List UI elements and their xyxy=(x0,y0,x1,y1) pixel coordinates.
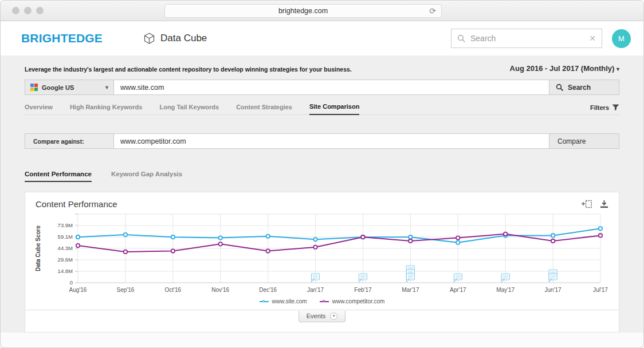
chevron-down-icon: ▾ xyxy=(330,313,337,320)
date-range-label: Aug 2016 - Jul 2017 (Monthly) xyxy=(510,64,615,73)
app-title: Data Cube xyxy=(160,33,207,44)
svg-text:Aug'16: Aug'16 xyxy=(69,287,87,293)
app-title-group: Data Cube xyxy=(144,33,207,44)
download-icon[interactable] xyxy=(600,200,608,208)
competitor-url-input[interactable] xyxy=(114,134,549,148)
events-bar: Events ▾ xyxy=(25,310,619,322)
search-button[interactable]: Search xyxy=(549,80,619,95)
svg-text:Dec'16: Dec'16 xyxy=(259,287,277,293)
competitor-url-field xyxy=(114,133,549,149)
cube-icon xyxy=(144,33,155,44)
search-icon xyxy=(457,34,466,43)
refresh-icon[interactable]: ⟳ xyxy=(429,6,436,15)
svg-text:Mar'17: Mar'17 xyxy=(402,287,419,293)
page-description: Leverage the industry's largest and acti… xyxy=(25,66,352,73)
svg-text:Nov'16: Nov'16 xyxy=(211,287,229,293)
chevron-down-icon: ▾ xyxy=(616,66,619,72)
intro-row: Leverage the industry's largest and acti… xyxy=(25,56,619,73)
tab-content-performance[interactable]: Content Performance xyxy=(25,171,92,182)
tab-content-strategies[interactable]: Content Strategies xyxy=(236,104,292,114)
svg-text:14.8M: 14.8M xyxy=(58,268,73,274)
svg-text:May'17: May'17 xyxy=(496,287,515,293)
chart-legend: www.site.com www.competitor.com xyxy=(25,298,619,304)
brightedge-logo: BRIGHTEDGE xyxy=(21,31,103,45)
comparison-tabs: Content Performance Keyword Gap Analysis xyxy=(25,171,619,182)
google-icon xyxy=(30,84,38,91)
search-icon xyxy=(556,84,564,92)
address-bar[interactable]: brightedge.com ⟳ xyxy=(164,4,442,18)
minimize-window-button[interactable] xyxy=(24,7,32,14)
window-controls xyxy=(12,7,44,14)
browser-chrome: brightedge.com ⟳ xyxy=(1,1,643,21)
svg-text:Feb'17: Feb'17 xyxy=(354,287,372,293)
card-title: Content Performance xyxy=(36,199,117,209)
content-performance-card: Content Performance Aug'16Sep'16Oct'16No… xyxy=(25,192,619,333)
legend-item-site[interactable]: www.site.com xyxy=(260,298,307,304)
svg-text:29.6M: 29.6M xyxy=(58,256,73,263)
svg-text:Sep'16: Sep'16 xyxy=(116,287,134,293)
svg-text:Jul'17: Jul'17 xyxy=(593,287,608,293)
events-dropdown[interactable]: Events ▾ xyxy=(299,311,346,322)
url-text: brightedge.com xyxy=(278,7,328,15)
user-avatar[interactable]: M xyxy=(612,29,631,48)
svg-text:Data Cube Score: Data Cube Score xyxy=(35,226,41,271)
close-window-button[interactable] xyxy=(12,7,19,14)
legend-marker-competitor xyxy=(320,299,329,303)
global-search-box: ✕ xyxy=(451,29,602,48)
tab-high-ranking-keywords[interactable]: High Ranking Keywords xyxy=(70,104,143,114)
date-range-selector[interactable]: Aug 2016 - Jul 2017 (Monthly) ▾ xyxy=(510,64,619,73)
card-actions xyxy=(582,200,608,208)
tab-keyword-gap-analysis[interactable]: Keyword Gap Analysis xyxy=(111,171,182,182)
compare-bar: Compare against: Compare xyxy=(25,133,619,149)
filter-funnel-icon xyxy=(612,104,619,111)
svg-text:44.3M: 44.3M xyxy=(58,245,73,251)
card-header: Content Performance xyxy=(25,192,619,210)
event-icon[interactable] xyxy=(406,266,414,282)
tab-long-tail-keywords[interactable]: Long Tail Keywords xyxy=(159,104,219,114)
chevron-down-icon: ▾ xyxy=(105,84,108,90)
filters-label: Filters xyxy=(590,104,609,111)
global-search-input[interactable] xyxy=(470,34,584,43)
tab-site-comparison[interactable]: Site Comparison xyxy=(309,103,359,115)
legend-label-competitor: www.competitor.com xyxy=(332,298,385,304)
svg-text:Apr'17: Apr'17 xyxy=(450,287,466,293)
clear-search-icon[interactable]: ✕ xyxy=(589,34,596,43)
svg-text:Jan'17: Jan'17 xyxy=(307,287,324,293)
query-bar: Google US ▾ Search xyxy=(25,80,619,95)
events-label: Events xyxy=(307,313,326,319)
content-performance-chart: Aug'16Sep'16Oct'16Nov'16Dec'16Jan'17Feb'… xyxy=(32,210,611,297)
search-engine-dropdown[interactable]: Google US ▾ xyxy=(25,80,114,95)
svg-text:73.9M: 73.9M xyxy=(58,222,73,228)
add-to-dashboard-icon[interactable] xyxy=(582,200,592,208)
site-url-field xyxy=(114,80,549,95)
engine-label: Google US xyxy=(42,84,74,91)
svg-text:Oct'16: Oct'16 xyxy=(165,287,182,293)
legend-marker-site xyxy=(260,299,269,303)
search-button-label: Search xyxy=(568,84,591,92)
maximize-window-button[interactable] xyxy=(36,7,44,14)
page-content: Leverage the industry's largest and acti… xyxy=(1,56,643,334)
page-footer xyxy=(1,333,643,347)
svg-text:Jun'17: Jun'17 xyxy=(545,287,562,293)
browser-window: brightedge.com ⟳ BRIGHTEDGE Data Cube ✕ … xyxy=(0,0,644,348)
main-tabs: Overview High Ranking Keywords Long Tail… xyxy=(25,103,619,115)
compare-against-label: Compare against: xyxy=(25,133,114,149)
filters-button[interactable]: Filters xyxy=(590,104,619,114)
app-header: BRIGHTEDGE Data Cube ✕ M xyxy=(1,21,643,56)
legend-label-site: www.site.com xyxy=(272,298,307,304)
svg-text:59.1M: 59.1M xyxy=(58,234,73,240)
site-url-input[interactable] xyxy=(114,80,549,94)
svg-text:0: 0 xyxy=(70,279,73,286)
event-icon[interactable] xyxy=(549,270,557,282)
tab-overview[interactable]: Overview xyxy=(25,104,53,114)
compare-button[interactable]: Compare xyxy=(549,133,619,149)
legend-item-competitor[interactable]: www.competitor.com xyxy=(320,298,385,304)
